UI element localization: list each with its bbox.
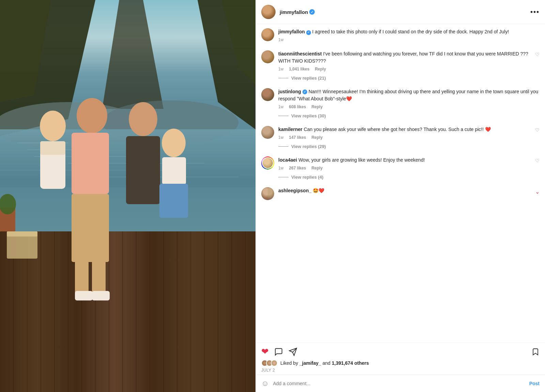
- view-replies-justin[interactable]: View replies (30): [278, 113, 540, 118]
- comment-kami-heart[interactable]: ♡: [535, 127, 540, 133]
- view-replies-loca[interactable]: View replies (4): [278, 175, 540, 180]
- caption-verified: ✓: [306, 29, 311, 34]
- post-actions: ❤: [256, 343, 545, 375]
- caption-meta: 1w: [278, 37, 540, 42]
- view-replies-line-kami: [278, 146, 289, 147]
- comment-kami-body: kamilerner Can you please ask your wife …: [278, 126, 540, 140]
- view-replies-justin-text: View replies (30): [291, 113, 326, 118]
- comment-kami-username[interactable]: kamilerner: [278, 127, 302, 132]
- comment-tia-text: tiaonniithescientist I've been following…: [278, 50, 540, 65]
- view-replies-kami-text: View replies (29): [291, 144, 326, 149]
- emoji-button[interactable]: ☺: [261, 379, 269, 388]
- comment-kami-meta: 1w 147 likes Reply: [278, 135, 540, 140]
- comment-loca-avatar-inner: [262, 157, 274, 169]
- add-comment-input[interactable]: [273, 381, 525, 386]
- photo-panel: [0, 0, 255, 392]
- comment-tia-time: 1w: [278, 67, 283, 71]
- likes-row: Liked by _jamifay_ and 1,391,674 others: [261, 360, 540, 366]
- comment-ashlee: ashleegipson_ 🤩❤️ ⌄: [261, 183, 540, 204]
- comment-justin-text: justinlong ✓ Nan!!! Winnepesaukee! I'm t…: [278, 88, 540, 102]
- view-replies-loca-text: View replies (4): [291, 175, 323, 180]
- comment-tia-avatar[interactable]: [261, 50, 274, 63]
- caption-text: jimmyfallon ✓ I agreed to take this phot…: [278, 28, 540, 35]
- comment-ashlee-body: ashleegipson_ 🤩❤️: [278, 187, 540, 194]
- comment-kami-avatar[interactable]: [261, 126, 274, 139]
- header-avatar[interactable]: [261, 5, 276, 19]
- comment-tia-likes: 1,041 likes: [289, 67, 309, 71]
- share-button[interactable]: [289, 347, 297, 356]
- comment-loca-body: loca4aei Wow, your girls are growing lik…: [278, 157, 540, 170]
- view-replies-tia[interactable]: View replies (21): [278, 76, 540, 81]
- header-more-button[interactable]: •••: [530, 8, 540, 16]
- likes-avatars: [261, 360, 278, 366]
- action-icons-row: ❤: [261, 346, 540, 357]
- comment-ashlee-text: ashleegipson_ 🤩❤️: [278, 187, 540, 194]
- post-comment-button[interactable]: Post: [529, 381, 540, 386]
- svg-rect-53: [0, 0, 255, 392]
- comment-loca: loca4aei Wow, your girls are growing lik…: [261, 152, 540, 175]
- comments-area[interactable]: jimmyfallon ✓ I agreed to take this phot…: [256, 24, 545, 343]
- comment-justin-likes: 608 likes: [289, 104, 306, 109]
- comment-kami: kamilerner Can you please ask your wife …: [261, 122, 540, 144]
- comment-loca-heart[interactable]: ♡: [535, 158, 540, 163]
- comment-justin-avatar[interactable]: [261, 88, 274, 101]
- comment-tia-reply-button[interactable]: Reply: [315, 67, 326, 71]
- comment-loca-text: loca4aei Wow, your girls are growing lik…: [278, 157, 540, 164]
- comment-justin: justinlong ✓ Nan!!! Winnepesaukee! I'm t…: [261, 84, 540, 113]
- comment-loca-time: 1w: [278, 166, 283, 170]
- caption-avatar[interactable]: [261, 28, 274, 41]
- likes-prefix: Liked by: [280, 360, 299, 366]
- likes-count: 1,391,674 others: [332, 360, 369, 366]
- likes-text[interactable]: Liked by _jamifay_ and 1,391,674 others: [280, 360, 369, 366]
- comment-kami-reply-button[interactable]: Reply: [311, 135, 323, 140]
- comment-ashlee-avatar[interactable]: [261, 187, 274, 200]
- comment-justin-time: 1w: [278, 104, 283, 109]
- comment-justin-meta: 1w 608 likes Reply: [278, 104, 540, 109]
- caption-username[interactable]: jimmyfallon: [278, 29, 305, 34]
- comment-kami-text: kamilerner Can you please ask your wife …: [278, 126, 540, 133]
- view-replies-tia-text: View replies (21): [291, 76, 326, 81]
- comment-loca-reply-button[interactable]: Reply: [311, 166, 323, 170]
- comment-kami-likes: 147 likes: [289, 135, 306, 140]
- comment-kami-time: 1w: [278, 135, 283, 140]
- comment-ashlee-avatar-left: [261, 187, 268, 200]
- like-button[interactable]: ❤: [261, 346, 269, 357]
- view-replies-line-justin: [278, 116, 289, 116]
- caption-body: jimmyfallon ✓ I agreed to take this phot…: [278, 28, 540, 42]
- comment-ashlee-heart[interactable]: ⌄: [535, 189, 540, 195]
- comment-ashlee-avatar-right: [268, 187, 274, 200]
- likes-and: and: [321, 360, 332, 366]
- justin-verified: ✓: [302, 89, 307, 94]
- likes-username[interactable]: _jamifay_: [299, 360, 321, 366]
- view-replies-kami[interactable]: View replies (29): [278, 144, 540, 149]
- comment-loca-meta: 1w 267 likes Reply: [278, 166, 540, 170]
- comment-ashlee-username[interactable]: ashleegipson_: [278, 188, 311, 193]
- comment-loca-avatar[interactable]: [261, 157, 274, 169]
- comment-loca-likes: 267 likes: [289, 166, 306, 170]
- header-verified-badge: ✓: [309, 9, 315, 15]
- post-header: jimmyfallon ✓ •••: [256, 0, 545, 24]
- add-comment-row: ☺ Post: [256, 375, 545, 392]
- comment-loca-username[interactable]: loca4aei: [278, 157, 297, 163]
- comment-tia-username[interactable]: tiaonniithescientist: [278, 51, 322, 56]
- caption-time: 1w: [278, 37, 283, 42]
- family-svg: [0, 0, 255, 392]
- comment-tia-heart[interactable]: ♡: [535, 52, 540, 57]
- view-replies-line-loca: [278, 177, 289, 177]
- header-username-text: jimmyfallon: [280, 9, 308, 15]
- post-caption: jimmyfallon ✓ I agreed to take this phot…: [261, 24, 540, 46]
- comment-tia-meta: 1w 1,041 likes Reply: [278, 67, 540, 71]
- view-replies-line: [278, 78, 289, 78]
- header-username[interactable]: jimmyfallon ✓: [280, 9, 530, 15]
- comment-justin-username[interactable]: justinlong: [278, 89, 301, 94]
- comment-justin-reply-button[interactable]: Reply: [311, 104, 323, 109]
- likes-avatar-3: [271, 360, 278, 366]
- post-date: JULY 2: [261, 368, 540, 373]
- instagram-panel: jimmyfallon ✓ ••• jimmyfallon ✓ I agreed…: [255, 0, 545, 392]
- comment-button[interactable]: [274, 347, 283, 356]
- comment-tia: tiaonniithescientist I've been following…: [261, 46, 540, 76]
- comment-tia-body: tiaonniithescientist I've been following…: [278, 50, 540, 71]
- bookmark-button[interactable]: [531, 347, 540, 356]
- comment-justin-heart[interactable]: ♡: [535, 89, 540, 95]
- comment-justin-body: justinlong ✓ Nan!!! Winnepesaukee! I'm t…: [278, 88, 540, 109]
